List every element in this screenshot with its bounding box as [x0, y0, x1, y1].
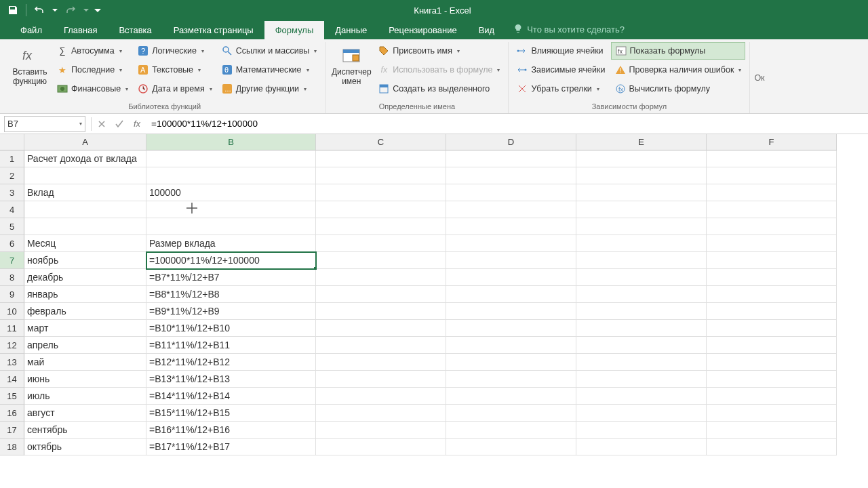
- cell[interactable]: [316, 184, 446, 201]
- cell[interactable]: [576, 252, 707, 269]
- qat-customize-icon[interactable]: [93, 2, 102, 18]
- cell[interactable]: [707, 286, 837, 303]
- cell[interactable]: [24, 167, 146, 184]
- cell[interactable]: август: [24, 405, 146, 422]
- cell[interactable]: =B11*11%/12+B11: [146, 337, 316, 354]
- cell[interactable]: [576, 371, 707, 388]
- row-header[interactable]: 10: [0, 303, 24, 320]
- cell[interactable]: [707, 354, 837, 371]
- cell[interactable]: =B10*11%/12+B10: [146, 320, 316, 337]
- cell[interactable]: [576, 354, 707, 371]
- cell[interactable]: [707, 201, 837, 218]
- worksheet-grid[interactable]: ABCDEF1Расчет дохода от вклада23Вклад100…: [0, 134, 868, 455]
- fill-handle[interactable]: [313, 266, 316, 269]
- column-header[interactable]: D: [446, 134, 576, 150]
- more-fn-button[interactable]: …Другие функции▾: [218, 80, 321, 98]
- row-header[interactable]: 17: [0, 422, 24, 439]
- cell[interactable]: [446, 303, 576, 320]
- use-in-formula-button[interactable]: fxИспользовать в формуле▾: [374, 61, 504, 79]
- tell-me[interactable]: Что вы хотите сделать?: [505, 20, 633, 39]
- cell[interactable]: [146, 201, 316, 218]
- cell[interactable]: [446, 150, 576, 167]
- cell[interactable]: июнь: [24, 371, 146, 388]
- cell[interactable]: [316, 388, 446, 405]
- cell[interactable]: =B13*11%/12+B13: [146, 371, 316, 388]
- row-header[interactable]: 3: [0, 184, 24, 201]
- cell[interactable]: [446, 354, 576, 371]
- row-header[interactable]: 2: [0, 167, 24, 184]
- cell[interactable]: [576, 184, 707, 201]
- cell[interactable]: [576, 303, 707, 320]
- autosum-button[interactable]: ∑Автосумма▾: [53, 42, 132, 60]
- cell[interactable]: [446, 252, 576, 269]
- row-header[interactable]: 8: [0, 269, 24, 286]
- tab-view[interactable]: Вид: [468, 21, 506, 39]
- cell[interactable]: =B9*11%/12+B9: [146, 303, 316, 320]
- cell[interactable]: [316, 218, 446, 235]
- define-name-button[interactable]: Присвоить имя▾: [374, 42, 504, 60]
- cell[interactable]: [707, 269, 837, 286]
- cell[interactable]: [576, 150, 707, 167]
- cell[interactable]: [316, 354, 446, 371]
- remove-arrows-button[interactable]: Убрать стрелки▾: [513, 80, 609, 98]
- cell[interactable]: [446, 235, 576, 252]
- logical-button[interactable]: ?Логические▾: [134, 42, 216, 60]
- cell[interactable]: [707, 405, 837, 422]
- cell[interactable]: [446, 439, 576, 455]
- cell[interactable]: =B7*11%/12+B7: [146, 269, 316, 286]
- cell[interactable]: =B16*11%/12+B16: [146, 422, 316, 439]
- cell[interactable]: апрель: [24, 337, 146, 354]
- cell[interactable]: [446, 337, 576, 354]
- cell[interactable]: [316, 286, 446, 303]
- name-box[interactable]: B7 ▾: [4, 116, 85, 132]
- cell[interactable]: [446, 167, 576, 184]
- row-header[interactable]: 13: [0, 354, 24, 371]
- trace-precedents-button[interactable]: Влияющие ячейки: [513, 42, 609, 60]
- column-header[interactable]: C: [316, 134, 446, 150]
- cell[interactable]: [707, 184, 837, 201]
- tab-pagelayout[interactable]: Разметка страницы: [163, 21, 264, 39]
- cell[interactable]: [576, 337, 707, 354]
- cell[interactable]: Расчет дохода от вклада: [24, 150, 146, 167]
- cell[interactable]: [316, 405, 446, 422]
- cell[interactable]: [707, 337, 837, 354]
- cell[interactable]: [576, 320, 707, 337]
- cell[interactable]: [576, 286, 707, 303]
- cell[interactable]: сентябрь: [24, 422, 146, 439]
- cell[interactable]: =B12*11%/12+B12: [146, 354, 316, 371]
- cell[interactable]: [446, 320, 576, 337]
- cell[interactable]: [446, 286, 576, 303]
- cell[interactable]: [316, 320, 446, 337]
- cell[interactable]: [24, 201, 146, 218]
- cell[interactable]: =B15*11%/12+B15: [146, 405, 316, 422]
- cell[interactable]: Месяц: [24, 235, 146, 252]
- show-formulas-button[interactable]: fxПоказать формулы: [611, 42, 746, 60]
- cell[interactable]: [446, 388, 576, 405]
- cell[interactable]: [146, 150, 316, 167]
- cell[interactable]: 100000: [146, 184, 316, 201]
- cell[interactable]: декабрь: [24, 269, 146, 286]
- cell[interactable]: [576, 201, 707, 218]
- row-header[interactable]: 9: [0, 286, 24, 303]
- fx-icon[interactable]: fx: [128, 116, 146, 132]
- undo-icon[interactable]: [31, 2, 48, 18]
- tab-insert[interactable]: Вставка: [108, 21, 162, 39]
- cell[interactable]: июль: [24, 388, 146, 405]
- error-check-button[interactable]: !Проверка наличия ошибок▾: [611, 61, 746, 79]
- cell[interactable]: [316, 252, 446, 269]
- cell[interactable]: [316, 371, 446, 388]
- name-manager-button[interactable]: Диспетчер имен: [330, 42, 373, 89]
- cell[interactable]: =B17*11%/12+B17: [146, 439, 316, 455]
- cell[interactable]: [707, 422, 837, 439]
- cell[interactable]: март: [24, 320, 146, 337]
- cell[interactable]: февраль: [24, 303, 146, 320]
- cell[interactable]: ноябрь: [24, 252, 146, 269]
- text-button[interactable]: AТекстовые▾: [134, 61, 216, 79]
- cell[interactable]: [707, 235, 837, 252]
- evaluate-formula-button[interactable]: fxВычислить формулу: [611, 80, 746, 98]
- cell[interactable]: [446, 218, 576, 235]
- cell[interactable]: [707, 150, 837, 167]
- formula-input[interactable]: [146, 116, 868, 132]
- cell[interactable]: [446, 405, 576, 422]
- row-header[interactable]: 14: [0, 371, 24, 388]
